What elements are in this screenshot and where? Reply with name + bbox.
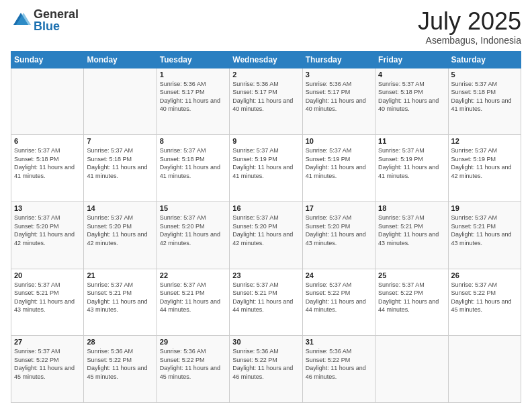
day-info: Sunrise: 5:36 AM Sunset: 5:17 PM Dayligh… bbox=[232, 80, 299, 113]
calendar-table: Sunday Monday Tuesday Wednesday Thursday… bbox=[11, 51, 521, 403]
logo-blue-text: Blue bbox=[34, 20, 79, 32]
calendar-week-row: 13Sunrise: 5:37 AM Sunset: 5:20 PM Dayli… bbox=[11, 201, 521, 269]
table-row: 12Sunrise: 5:37 AM Sunset: 5:19 PM Dayli… bbox=[448, 135, 521, 202]
table-row: 1Sunrise: 5:36 AM Sunset: 5:17 PM Daylig… bbox=[157, 68, 229, 135]
day-number: 13 bbox=[14, 204, 81, 212]
day-info: Sunrise: 5:37 AM Sunset: 5:20 PM Dayligh… bbox=[160, 214, 226, 247]
table-row: 24Sunrise: 5:37 AM Sunset: 5:22 PM Dayli… bbox=[302, 269, 375, 336]
day-number: 22 bbox=[160, 271, 226, 279]
day-info: Sunrise: 5:37 AM Sunset: 5:20 PM Dayligh… bbox=[14, 214, 81, 247]
day-info: Sunrise: 5:37 AM Sunset: 5:20 PM Dayligh… bbox=[87, 214, 153, 247]
day-number: 11 bbox=[378, 137, 445, 145]
calendar-week-row: 27Sunrise: 5:37 AM Sunset: 5:22 PM Dayli… bbox=[11, 336, 521, 403]
table-row: 6Sunrise: 5:37 AM Sunset: 5:18 PM Daylig… bbox=[11, 135, 84, 202]
day-info: Sunrise: 5:37 AM Sunset: 5:18 PM Dayligh… bbox=[160, 146, 226, 180]
day-number: 4 bbox=[378, 71, 445, 79]
header-thursday: Thursday bbox=[302, 51, 375, 68]
day-info: Sunrise: 5:37 AM Sunset: 5:22 PM Dayligh… bbox=[14, 347, 81, 381]
table-row: 30Sunrise: 5:36 AM Sunset: 5:22 PM Dayli… bbox=[230, 336, 302, 403]
header: General Blue July 2025 Asembagus, Indone… bbox=[11, 8, 521, 46]
day-info: Sunrise: 5:37 AM Sunset: 5:19 PM Dayligh… bbox=[306, 146, 372, 180]
day-number: 31 bbox=[306, 338, 372, 346]
day-number: 10 bbox=[306, 137, 372, 145]
day-number: 19 bbox=[451, 204, 518, 212]
day-info: Sunrise: 5:37 AM Sunset: 5:20 PM Dayligh… bbox=[306, 214, 372, 247]
table-row: 4Sunrise: 5:37 AM Sunset: 5:18 PM Daylig… bbox=[375, 68, 448, 135]
table-row: 23Sunrise: 5:37 AM Sunset: 5:21 PM Dayli… bbox=[230, 269, 302, 336]
day-info: Sunrise: 5:37 AM Sunset: 5:21 PM Dayligh… bbox=[87, 281, 153, 314]
day-number: 21 bbox=[87, 271, 153, 279]
title-month: July 2025 bbox=[418, 8, 521, 35]
table-row: 8Sunrise: 5:37 AM Sunset: 5:18 PM Daylig… bbox=[157, 135, 229, 202]
day-number: 7 bbox=[87, 137, 153, 145]
calendar-week-row: 6Sunrise: 5:37 AM Sunset: 5:18 PM Daylig… bbox=[11, 135, 521, 202]
title-block: July 2025 Asembagus, Indonesia bbox=[418, 8, 521, 46]
table-row bbox=[84, 68, 157, 135]
day-info: Sunrise: 5:37 AM Sunset: 5:21 PM Dayligh… bbox=[14, 281, 81, 314]
logo-icon bbox=[11, 10, 31, 30]
day-info: Sunrise: 5:36 AM Sunset: 5:22 PM Dayligh… bbox=[160, 347, 226, 381]
header-sunday: Sunday bbox=[11, 51, 84, 68]
day-number: 30 bbox=[232, 338, 299, 346]
day-number: 26 bbox=[451, 271, 518, 279]
day-info: Sunrise: 5:37 AM Sunset: 5:19 PM Dayligh… bbox=[451, 146, 518, 180]
table-row: 17Sunrise: 5:37 AM Sunset: 5:20 PM Dayli… bbox=[302, 201, 375, 269]
weekday-header-row: Sunday Monday Tuesday Wednesday Thursday… bbox=[11, 51, 521, 68]
table-row: 31Sunrise: 5:36 AM Sunset: 5:22 PM Dayli… bbox=[302, 336, 375, 403]
day-number: 23 bbox=[232, 271, 299, 279]
day-number: 17 bbox=[306, 204, 372, 212]
day-number: 29 bbox=[160, 338, 226, 346]
table-row: 5Sunrise: 5:37 AM Sunset: 5:18 PM Daylig… bbox=[448, 68, 521, 135]
day-number: 5 bbox=[451, 71, 518, 79]
day-number: 20 bbox=[14, 271, 81, 279]
day-number: 18 bbox=[378, 204, 445, 212]
day-number: 14 bbox=[87, 204, 153, 212]
header-tuesday: Tuesday bbox=[157, 51, 229, 68]
table-row: 16Sunrise: 5:37 AM Sunset: 5:20 PM Dayli… bbox=[230, 201, 302, 269]
table-row: 9Sunrise: 5:37 AM Sunset: 5:19 PM Daylig… bbox=[230, 135, 302, 202]
table-row: 13Sunrise: 5:37 AM Sunset: 5:20 PM Dayli… bbox=[11, 201, 84, 269]
day-info: Sunrise: 5:36 AM Sunset: 5:22 PM Dayligh… bbox=[306, 347, 372, 381]
day-number: 12 bbox=[451, 137, 518, 145]
day-number: 3 bbox=[306, 71, 372, 79]
day-info: Sunrise: 5:36 AM Sunset: 5:22 PM Dayligh… bbox=[232, 347, 299, 381]
day-info: Sunrise: 5:36 AM Sunset: 5:22 PM Dayligh… bbox=[87, 347, 153, 381]
table-row: 10Sunrise: 5:37 AM Sunset: 5:19 PM Dayli… bbox=[302, 135, 375, 202]
table-row: 25Sunrise: 5:37 AM Sunset: 5:22 PM Dayli… bbox=[375, 269, 448, 336]
table-row: 19Sunrise: 5:37 AM Sunset: 5:21 PM Dayli… bbox=[448, 201, 521, 269]
title-location: Asembagus, Indonesia bbox=[418, 35, 521, 46]
day-number: 27 bbox=[14, 338, 81, 346]
table-row: 7Sunrise: 5:37 AM Sunset: 5:18 PM Daylig… bbox=[84, 135, 157, 202]
page: General Blue July 2025 Asembagus, Indone… bbox=[0, 0, 532, 411]
logo-text: General Blue bbox=[34, 8, 79, 32]
day-info: Sunrise: 5:37 AM Sunset: 5:19 PM Dayligh… bbox=[232, 146, 299, 180]
table-row: 22Sunrise: 5:37 AM Sunset: 5:21 PM Dayli… bbox=[157, 269, 229, 336]
logo-general-text: General bbox=[34, 8, 79, 20]
table-row: 28Sunrise: 5:36 AM Sunset: 5:22 PM Dayli… bbox=[84, 336, 157, 403]
day-number: 9 bbox=[232, 137, 299, 145]
logo: General Blue bbox=[11, 8, 79, 32]
header-wednesday: Wednesday bbox=[230, 51, 302, 68]
day-info: Sunrise: 5:37 AM Sunset: 5:21 PM Dayligh… bbox=[232, 281, 299, 314]
day-number: 15 bbox=[160, 204, 226, 212]
calendar-week-row: 1Sunrise: 5:36 AM Sunset: 5:17 PM Daylig… bbox=[11, 68, 521, 135]
table-row: 21Sunrise: 5:37 AM Sunset: 5:21 PM Dayli… bbox=[84, 269, 157, 336]
day-info: Sunrise: 5:37 AM Sunset: 5:19 PM Dayligh… bbox=[378, 146, 445, 180]
header-monday: Monday bbox=[84, 51, 157, 68]
day-info: Sunrise: 5:37 AM Sunset: 5:18 PM Dayligh… bbox=[378, 80, 445, 113]
table-row: 2Sunrise: 5:36 AM Sunset: 5:17 PM Daylig… bbox=[230, 68, 302, 135]
day-info: Sunrise: 5:37 AM Sunset: 5:21 PM Dayligh… bbox=[160, 281, 226, 314]
day-number: 1 bbox=[160, 71, 226, 79]
table-row: 11Sunrise: 5:37 AM Sunset: 5:19 PM Dayli… bbox=[375, 135, 448, 202]
table-row: 29Sunrise: 5:36 AM Sunset: 5:22 PM Dayli… bbox=[157, 336, 229, 403]
day-info: Sunrise: 5:36 AM Sunset: 5:17 PM Dayligh… bbox=[306, 80, 372, 113]
day-number: 16 bbox=[232, 204, 299, 212]
day-info: Sunrise: 5:37 AM Sunset: 5:20 PM Dayligh… bbox=[232, 214, 299, 247]
day-info: Sunrise: 5:37 AM Sunset: 5:22 PM Dayligh… bbox=[451, 281, 518, 314]
header-saturday: Saturday bbox=[448, 51, 521, 68]
table-row: 3Sunrise: 5:36 AM Sunset: 5:17 PM Daylig… bbox=[302, 68, 375, 135]
table-row bbox=[11, 68, 84, 135]
day-info: Sunrise: 5:37 AM Sunset: 5:18 PM Dayligh… bbox=[451, 80, 518, 113]
table-row: 15Sunrise: 5:37 AM Sunset: 5:20 PM Dayli… bbox=[157, 201, 229, 269]
day-number: 28 bbox=[87, 338, 153, 346]
